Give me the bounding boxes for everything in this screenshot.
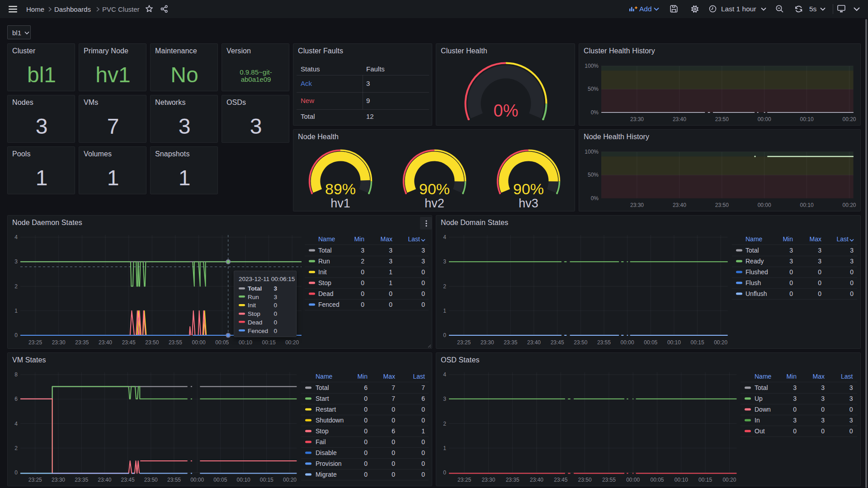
svg-text:3: 3 <box>793 395 797 402</box>
svg-text:100%: 100% <box>585 149 599 155</box>
svg-text:23:50: 23:50 <box>145 339 159 346</box>
svg-text:23:50: 23:50 <box>574 339 587 346</box>
svg-text:23:25: 23:25 <box>28 339 42 346</box>
svg-text:1: 1 <box>443 445 446 451</box>
svg-text:90%: 90% <box>513 180 544 197</box>
svg-text:0: 0 <box>793 406 797 413</box>
svg-text:23:30: 23:30 <box>630 202 644 208</box>
svg-text:0: 0 <box>361 279 364 286</box>
svg-text:23:55: 23:55 <box>169 339 182 346</box>
svg-text:0: 0 <box>392 449 395 456</box>
svg-text:Total: Total <box>745 247 759 254</box>
svg-text:Stop: Stop <box>318 279 331 286</box>
svg-text:Provision: Provision <box>316 460 342 467</box>
svg-text:2: 2 <box>14 283 18 290</box>
svg-text:Last: Last <box>408 235 420 243</box>
svg-text:0: 0 <box>421 279 425 286</box>
svg-text:0: 0 <box>361 301 364 308</box>
svg-text:Total: Total <box>318 247 332 254</box>
svg-text:Last: Last <box>841 373 853 380</box>
svg-text:Last: Last <box>413 373 425 380</box>
svg-text:0: 0 <box>364 417 368 424</box>
svg-text:00:10: 00:10 <box>667 339 681 346</box>
svg-text:00:10: 00:10 <box>675 477 688 483</box>
svg-text:23:35: 23:35 <box>75 339 89 346</box>
svg-text:Fail: Fail <box>316 438 326 446</box>
svg-text:23:25: 23:25 <box>457 339 471 346</box>
svg-text:Migrate: Migrate <box>316 471 337 478</box>
svg-text:00:00: 00:00 <box>758 116 771 122</box>
svg-text:0: 0 <box>789 268 793 276</box>
svg-text:3: 3 <box>818 247 821 254</box>
svg-text:3: 3 <box>361 247 364 254</box>
svg-text:0: 0 <box>364 449 368 456</box>
svg-text:1: 1 <box>443 308 446 314</box>
svg-text:23:50: 23:50 <box>144 477 158 483</box>
svg-text:2: 2 <box>14 445 18 451</box>
svg-text:0%: 0% <box>591 195 599 202</box>
svg-text:Name: Name <box>318 235 335 243</box>
svg-text:0: 0 <box>421 471 425 478</box>
svg-text:Stop: Stop <box>316 427 329 435</box>
svg-text:00:15: 00:15 <box>698 477 712 483</box>
svg-text:Name: Name <box>755 373 772 380</box>
svg-text:23:40: 23:40 <box>673 202 686 208</box>
svg-text:23:55: 23:55 <box>167 477 181 483</box>
svg-text:0: 0 <box>821 406 825 413</box>
svg-text:23:50: 23:50 <box>578 477 592 483</box>
svg-text:00:10: 00:10 <box>800 116 814 122</box>
svg-text:Name: Name <box>745 235 763 243</box>
svg-text:In: In <box>755 417 760 424</box>
svg-text:3: 3 <box>421 247 425 254</box>
svg-text:23:40: 23:40 <box>98 477 111 483</box>
svg-text:0: 0 <box>361 268 364 276</box>
svg-text:0: 0 <box>364 406 368 413</box>
svg-text:4: 4 <box>443 371 446 378</box>
svg-text:Flush: Flush <box>745 279 761 286</box>
svg-text:6: 6 <box>421 395 425 402</box>
svg-text:Max: Max <box>383 373 395 380</box>
svg-text:3: 3 <box>821 395 825 402</box>
svg-text:Start: Start <box>316 395 329 402</box>
svg-text:0: 0 <box>849 427 853 435</box>
svg-text:1: 1 <box>389 279 392 286</box>
svg-text:Init: Init <box>318 268 327 276</box>
svg-text:1: 1 <box>389 268 392 276</box>
svg-text:3: 3 <box>443 258 446 265</box>
svg-text:0: 0 <box>392 471 395 478</box>
svg-text:Min: Min <box>786 373 797 380</box>
svg-text:3: 3 <box>821 384 825 391</box>
svg-text:23:25: 23:25 <box>28 477 42 483</box>
svg-text:23:50: 23:50 <box>715 202 729 208</box>
svg-text:Dead: Dead <box>318 290 333 297</box>
svg-text:Max: Max <box>813 373 825 380</box>
svg-text:23:40: 23:40 <box>527 339 541 346</box>
svg-text:00:10: 00:10 <box>237 477 250 483</box>
svg-text:3: 3 <box>421 258 425 265</box>
svg-text:23:30: 23:30 <box>481 339 494 346</box>
svg-text:7: 7 <box>421 384 425 391</box>
svg-text:0: 0 <box>818 290 821 297</box>
svg-text:0: 0 <box>421 460 425 467</box>
svg-text:7: 7 <box>392 395 395 402</box>
svg-text:2: 2 <box>443 421 446 427</box>
svg-text:3: 3 <box>850 258 854 265</box>
svg-text:4: 4 <box>443 234 446 240</box>
svg-text:23:45: 23:45 <box>122 339 136 346</box>
svg-text:0: 0 <box>421 449 425 456</box>
svg-text:3: 3 <box>849 384 853 391</box>
svg-text:Shutdown: Shutdown <box>316 417 344 424</box>
svg-text:00:10: 00:10 <box>239 339 252 346</box>
svg-text:2: 2 <box>361 258 364 265</box>
svg-text:0: 0 <box>392 406 395 413</box>
svg-text:0: 0 <box>361 290 364 297</box>
svg-text:Max: Max <box>381 235 392 243</box>
svg-text:Name: Name <box>316 373 333 380</box>
svg-text:0: 0 <box>14 469 18 476</box>
svg-text:0: 0 <box>421 438 425 446</box>
svg-text:0: 0 <box>421 290 425 297</box>
svg-text:Total: Total <box>316 384 329 391</box>
svg-text:0: 0 <box>392 417 395 424</box>
svg-text:90%: 90% <box>419 180 450 197</box>
svg-text:100%: 100% <box>585 63 599 69</box>
